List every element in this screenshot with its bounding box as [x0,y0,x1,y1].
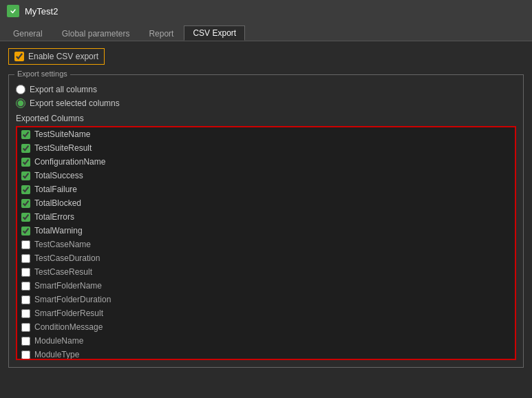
column-checkbox-configurationname[interactable] [21,158,30,167]
column-list-item: TestCaseResult [17,265,515,279]
column-label: TotalSuccess [34,171,83,180]
column-checkbox-conditionmessage[interactable] [21,323,30,332]
column-checkbox-moduletype[interactable] [21,350,30,359]
exported-columns-label: Exported Columns [16,114,516,123]
column-list-item: TestSuiteResult [17,141,515,155]
column-list-item: TotalErrors [17,210,515,224]
radio-selected-columns-row[interactable]: Export selected columns [16,98,516,108]
column-list-item: TestSuiteName [17,127,515,141]
column-checkbox-testsuitename[interactable] [21,130,30,139]
column-label: TotalBlocked [34,198,81,208]
column-list-item: TotalSuccess [17,169,515,182]
column-list-item: SmartFolderName [17,279,515,293]
column-list-item: SmartFolderResult [17,306,515,320]
column-checkbox-smartfolderresult[interactable] [21,309,30,318]
enable-csv-label[interactable]: Enable CSV export [8,48,105,65]
column-label: TestSuiteResult [34,143,92,153]
enable-csv-checkbox[interactable] [14,52,24,61]
column-label: TestCaseResult [34,267,92,277]
column-list-item: ConfigurationName [17,155,515,169]
column-checkbox-totalerrors[interactable] [21,213,30,222]
column-checkbox-testcasename[interactable] [21,240,30,249]
column-label: ModuleType [34,350,79,359]
column-list-item: TotalBlocked [17,196,515,210]
column-label: TestCaseName [34,240,91,249]
column-list-item: TestCaseDuration [17,251,515,265]
column-list-item: TotalWarning [17,224,515,238]
column-list-item: TestCaseName [17,238,515,251]
tab-report[interactable]: Report [140,25,182,41]
column-checkbox-totalwarning[interactable] [21,227,30,235]
column-label: TotalErrors [34,212,74,222]
column-label: TotalFailure [34,185,77,194]
app-icon [7,5,19,17]
column-list-item: TotalFailure [17,182,515,196]
tab-bar: General Global parameters Report CSV Exp… [0,22,532,41]
column-checkbox-totalsuccess[interactable] [21,171,30,180]
column-list-item: ConditionMessage [17,320,515,334]
column-label: SmartFolderResult [34,308,103,318]
column-checkbox-totalblocked[interactable] [21,199,30,208]
column-list-item: ModuleType [17,348,515,360]
title-bar: MyTest2 [0,0,532,22]
column-checkbox-smartfoldername[interactable] [21,282,30,291]
column-checkbox-testsuiteresult[interactable] [21,144,30,153]
tab-csv-export[interactable]: CSV Export [184,25,245,41]
column-checkbox-smartfolderduration[interactable] [21,295,30,304]
column-label: TestCaseDuration [34,253,100,263]
column-checkbox-testcaseresult[interactable] [21,268,30,277]
tab-global-parameters[interactable]: Global parameters [53,25,139,41]
radio-all-columns-row[interactable]: Export all columns [16,85,516,94]
column-label: ModuleName [34,336,83,346]
column-checkbox-modulename[interactable] [21,337,30,346]
column-checkbox-totalfailure[interactable] [21,185,30,194]
column-label: TestSuiteName [34,129,90,139]
window-title: MyTest2 [25,6,58,17]
column-label: SmartFolderDuration [34,295,111,304]
tab-general[interactable]: General [4,25,52,41]
column-label: ConfigurationName [34,157,105,167]
radio-selected-columns[interactable] [16,98,25,108]
column-list-item: ModuleName [17,334,515,348]
radio-all-columns[interactable] [16,85,25,94]
column-label: ConditionMessage [34,322,103,332]
export-settings-group: Export settings Export all columns Expor… [8,74,524,368]
main-content: Enable CSV export Export settings Export… [0,41,532,375]
column-label: TotalWarning [34,226,83,235]
column-checkbox-testcaseduration[interactable] [21,254,30,263]
group-box-legend: Export settings [14,70,70,78]
columns-list[interactable]: TestSuiteNameTestSuiteResultConfiguratio… [16,126,516,360]
column-list-item: SmartFolderDuration [17,293,515,306]
column-label: SmartFolderName [34,281,102,291]
